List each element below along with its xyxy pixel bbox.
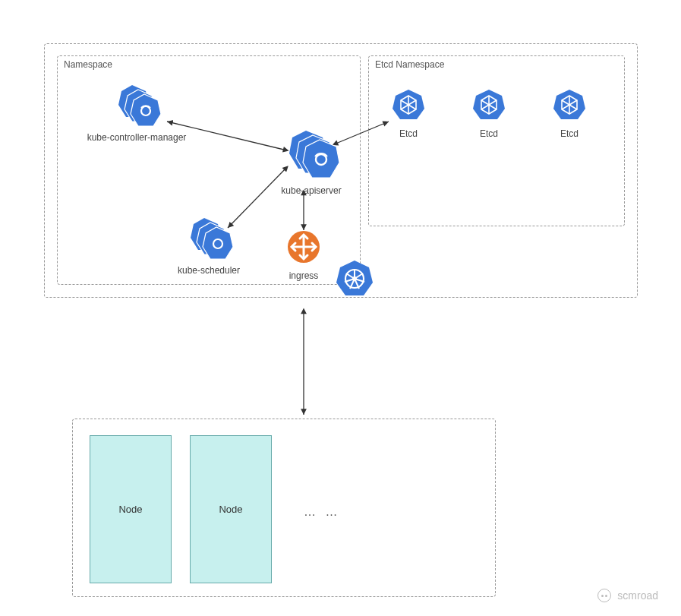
scheduler-pods-icon (183, 216, 235, 259)
etcd-node-1: Etcd (386, 87, 431, 139)
namespace-label: Namespace (64, 59, 112, 70)
watermark-text: scmroad (617, 589, 658, 602)
svg-marker-15 (203, 227, 233, 259)
watermark: scmroad (597, 589, 658, 602)
kube-scheduler: kube-scheduler (163, 216, 254, 276)
node2-label: Node (219, 504, 242, 515)
etcd-icon (391, 87, 426, 122)
etcd2-label: Etcd (466, 128, 512, 139)
worker-node-2: Node (190, 435, 272, 583)
worker-ellipsis: … … (304, 505, 340, 519)
ingress: ingress (282, 229, 325, 281)
etcd-node-2: Etcd (466, 87, 512, 139)
svg-marker-11 (303, 140, 339, 178)
etcd-namespace-label: Etcd Namespace (375, 59, 444, 70)
kubernetes-wheel-icon (334, 258, 375, 299)
etcd3-label: Etcd (547, 128, 592, 139)
architecture-diagram: Namespace Etcd Namespace (0, 0, 681, 616)
etcd-icon (471, 87, 506, 122)
etcd1-label: Etcd (386, 128, 431, 139)
svg-marker-7 (131, 94, 161, 126)
apiserver-pods-icon (282, 129, 341, 179)
controller-manager-pods-icon (111, 84, 162, 126)
apiserver-label: kube-apiserver (270, 185, 353, 196)
etcd-namespace-box: Etcd Namespace (368, 55, 625, 226)
kubernetes-badge (334, 258, 375, 302)
etcd-icon (552, 87, 587, 122)
ingress-icon (286, 229, 321, 264)
controller-manager-label: kube-controller-manager (76, 132, 197, 143)
scheduler-label: kube-scheduler (163, 265, 254, 276)
etcd-node-3: Etcd (547, 87, 592, 139)
worker-node-1: Node (90, 435, 172, 583)
ingress-label: ingress (282, 270, 325, 281)
watermark-icon (597, 589, 611, 602)
kube-controller-manager: kube-controller-manager (76, 84, 197, 143)
kube-apiserver: kube-apiserver (270, 129, 353, 196)
node1-label: Node (118, 504, 142, 515)
